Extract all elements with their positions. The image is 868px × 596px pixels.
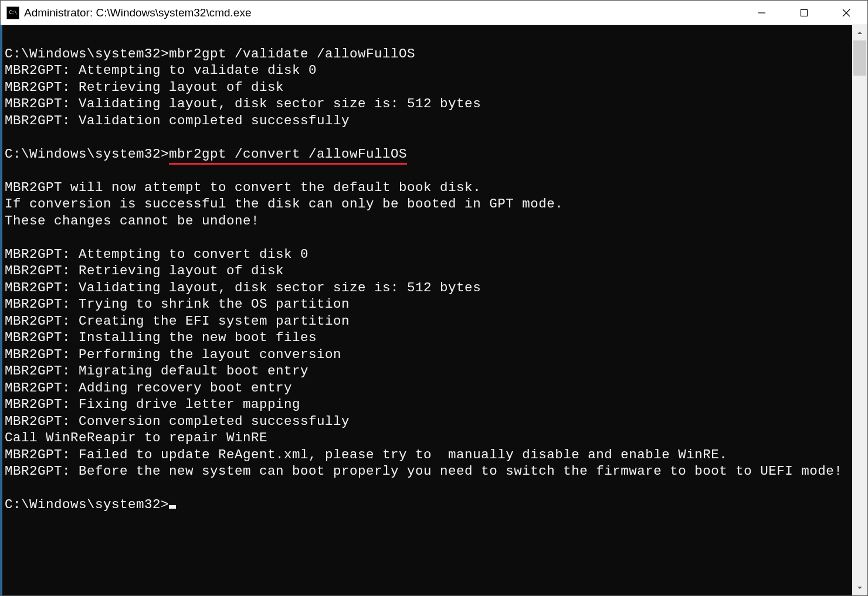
scroll-up-icon	[857, 30, 863, 36]
minimize-icon	[758, 9, 766, 17]
console-line: MBR2GPT: Conversion completed successful…	[5, 413, 852, 430]
titlebar[interactable]: Administrator: C:\Windows\system32\cmd.e…	[1, 1, 867, 25]
console-line: MBR2GPT: Retrieving layout of disk	[5, 79, 852, 96]
blank-line	[5, 162, 852, 179]
scroll-down-button[interactable]	[852, 580, 867, 595]
minimize-button[interactable]	[741, 1, 783, 25]
console-line: MBR2GPT: Retrieving layout of disk	[5, 263, 852, 280]
prompt-convert: C:\Windows\system32>mbr2gpt /convert /al…	[5, 146, 852, 163]
console-line: MBR2GPT: Validation completed successful…	[5, 113, 852, 130]
console-line: MBR2GPT: Performing the layout conversio…	[5, 346, 852, 363]
console-line: MBR2GPT: Installing the new boot files	[5, 329, 852, 346]
console-line: Call WinReReapir to repair WinRE	[5, 430, 852, 447]
console-line: These changes cannot be undone!	[5, 213, 852, 230]
close-button[interactable]	[825, 1, 867, 25]
console-line: MBR2GPT: Before the new system can boot …	[5, 463, 852, 480]
scrollbar-thumb[interactable]	[853, 40, 866, 76]
console-line: MBR2GPT: Trying to shrink the OS partiti…	[5, 296, 852, 313]
console-line: MBR2GPT: Attempting to convert disk 0	[5, 246, 852, 263]
console-line: MBR2GPT: Validating layout, disk sector …	[5, 96, 852, 113]
console-line: MBR2GPT: Validating layout, disk sector …	[5, 280, 852, 297]
maximize-icon	[800, 9, 808, 17]
console-line: MBR2GPT: Adding recovery boot entry	[5, 380, 852, 397]
svg-rect-1	[801, 9, 808, 16]
console-line: MBR2GPT: Failed to update ReAgent.xml, p…	[5, 447, 852, 464]
console-line: MBR2GPT: Creating the EFI system partiti…	[5, 313, 852, 330]
prompt-current: C:\Windows\system32>	[5, 496, 852, 513]
client-area: C:\Windows\system32>mbr2gpt /validate /a…	[1, 25, 867, 595]
console-line: If conversion is successful the disk can…	[5, 196, 852, 213]
close-icon	[842, 9, 850, 17]
maximize-button[interactable]	[783, 1, 825, 25]
scrollbar-track[interactable]	[852, 40, 867, 580]
blank-line	[5, 229, 852, 246]
command-text: mbr2gpt /validate /allowFullOS	[169, 46, 415, 62]
command-text: mbr2gpt /convert /allowFullOS	[169, 147, 407, 165]
blank-line	[5, 29, 852, 46]
scroll-down-icon	[857, 585, 863, 591]
console-line: MBR2GPT will now attempt to convert the …	[5, 179, 852, 196]
console-line: MBR2GPT: Migrating default boot entry	[5, 363, 852, 380]
blank-line	[5, 480, 852, 497]
prompt-path: C:\Windows\system32>	[5, 147, 169, 162]
text-cursor	[169, 505, 176, 509]
cmd-app-icon	[6, 6, 19, 19]
scroll-up-button[interactable]	[852, 25, 867, 40]
prompt-path: C:\Windows\system32>	[5, 497, 169, 512]
console-line: MBR2GPT: Fixing drive letter mapping	[5, 396, 852, 413]
console-line: MBR2GPT: Attempting to validate disk 0	[5, 62, 852, 79]
vertical-scrollbar[interactable]	[852, 25, 867, 595]
window-title: Administrator: C:\Windows\system32\cmd.e…	[24, 6, 252, 19]
window-controls	[741, 1, 867, 25]
blank-line	[5, 129, 852, 146]
command-prompt-window: Administrator: C:\Windows\system32\cmd.e…	[0, 0, 868, 596]
console-output[interactable]: C:\Windows\system32>mbr2gpt /validate /a…	[1, 25, 852, 595]
prompt-path: C:\Windows\system32>	[5, 46, 169, 62]
prompt-validate: C:\Windows\system32>mbr2gpt /validate /a…	[5, 46, 852, 63]
